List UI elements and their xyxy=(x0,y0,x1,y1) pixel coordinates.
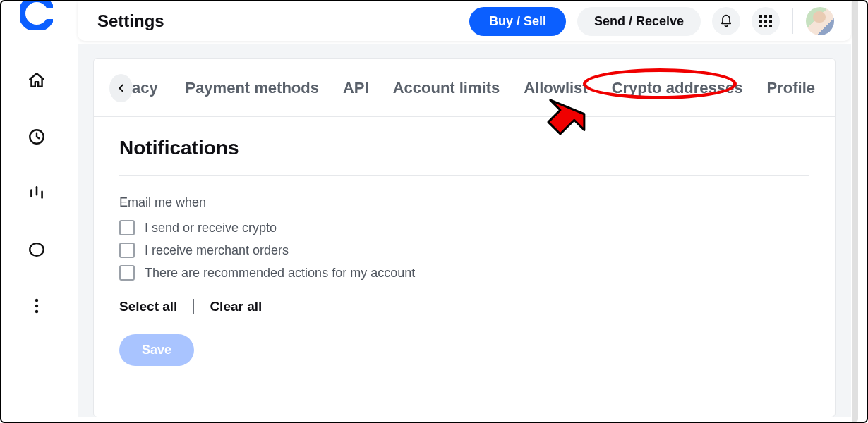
tabs-scroll-left-button[interactable]: acy xyxy=(109,74,133,102)
top-bar: Settings Buy / Sell Send / Receive xyxy=(78,1,851,41)
clock-icon[interactable] xyxy=(25,125,48,148)
checkbox-recommended-actions[interactable] xyxy=(119,265,135,281)
svg-point-3 xyxy=(30,243,44,256)
select-all-link[interactable]: Select all xyxy=(119,299,177,314)
section-subheading: Email me when xyxy=(119,195,809,210)
tab-crypto-addresses[interactable]: Crypto addresses xyxy=(612,79,743,97)
home-icon[interactable] xyxy=(25,69,48,92)
svg-point-6 xyxy=(35,310,38,313)
svg-rect-8 xyxy=(764,15,767,18)
tab-profile[interactable]: Profile xyxy=(767,79,815,97)
clear-all-link[interactable]: Clear all xyxy=(210,299,262,314)
option-send-receive-crypto: I send or receive crypto xyxy=(119,220,809,235)
trade-bars-icon[interactable] xyxy=(25,182,48,204)
actions-divider xyxy=(193,299,194,314)
avatar[interactable] xyxy=(806,7,834,35)
more-menu-icon[interactable] xyxy=(25,295,48,317)
tab-api[interactable]: API xyxy=(343,79,369,97)
content-area: acy Payment methods API Account limits A… xyxy=(78,44,851,417)
left-rail xyxy=(1,1,72,422)
buy-sell-button[interactable]: Buy / Sell xyxy=(469,7,566,36)
brand-logo-icon[interactable] xyxy=(20,0,53,30)
topbar-divider xyxy=(792,8,793,34)
svg-rect-13 xyxy=(759,25,762,27)
svg-rect-15 xyxy=(769,25,772,27)
tab-privacy-partial[interactable]: acy xyxy=(132,79,158,97)
option-merchant-orders: I receive merchant orders xyxy=(119,243,809,258)
svg-rect-9 xyxy=(769,15,772,18)
notifications-section: Notifications Email me when I send or re… xyxy=(94,117,835,387)
option-label: There are recommended actions for my acc… xyxy=(145,266,415,281)
checkbox-merchant-orders[interactable] xyxy=(119,243,135,258)
svg-point-5 xyxy=(35,305,38,307)
svg-point-4 xyxy=(35,299,38,302)
send-receive-button[interactable]: Send / Receive xyxy=(577,7,701,36)
settings-tabs: acy Payment methods API Account limits A… xyxy=(94,59,835,117)
circle-outline-icon[interactable] xyxy=(25,238,48,261)
svg-rect-14 xyxy=(764,25,767,27)
settings-card: acy Payment methods API Account limits A… xyxy=(93,58,836,417)
option-recommended-actions: There are recommended actions for my acc… xyxy=(119,265,809,281)
notifications-bell-icon[interactable] xyxy=(712,7,740,35)
tab-account-limits[interactable]: Account limits xyxy=(393,79,500,97)
section-heading: Notifications xyxy=(119,137,809,176)
svg-rect-7 xyxy=(759,15,762,18)
tab-payment-methods[interactable]: Payment methods xyxy=(185,79,319,97)
svg-rect-10 xyxy=(759,20,762,23)
chevron-left-icon xyxy=(116,82,127,94)
option-label: I send or receive crypto xyxy=(145,221,277,235)
svg-rect-11 xyxy=(764,20,767,23)
option-label: I receive merchant orders xyxy=(145,243,289,258)
save-button[interactable]: Save xyxy=(119,334,194,366)
checkbox-send-receive-crypto[interactable] xyxy=(119,220,135,235)
svg-rect-1 xyxy=(42,8,53,19)
svg-rect-12 xyxy=(769,20,772,23)
container-shadow xyxy=(852,1,858,422)
bulk-actions: Select all Clear all xyxy=(119,299,809,314)
app-grid-icon[interactable] xyxy=(752,7,780,35)
tab-allowlist[interactable]: Allowlist xyxy=(524,79,587,97)
page-title: Settings xyxy=(97,11,164,31)
